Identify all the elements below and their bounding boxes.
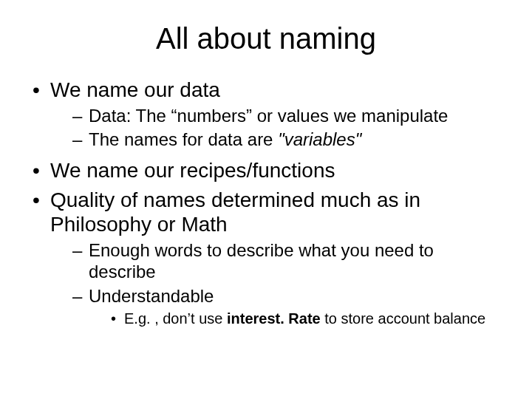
bullet-2: We name our recipes/functions	[30, 158, 502, 183]
bullet-3-sub-2-a: E.g. , don’t use interest. Rate to store…	[111, 310, 502, 328]
bullet-3-sub-2: Understandable E.g. , don’t use interest…	[72, 286, 502, 329]
bullet-3-sub-2-text: Understandable	[89, 286, 214, 306]
bullet-1-sub-1-text: Data: The “numbers” or values we manipul…	[89, 106, 448, 126]
bullet-1-sublist: Data: The “numbers” or values we manipul…	[50, 106, 502, 151]
bullet-1-sub-2: The names for data are "variables"	[72, 129, 502, 151]
bullet-1-sub-2-var: "variables"	[278, 129, 361, 149]
slide-title: All about naming	[30, 22, 502, 55]
bullet-3-sublist: Enough words to describe what you need t…	[50, 240, 502, 328]
bullet-list: We name our data Data: The “numbers” or …	[30, 78, 502, 328]
slide: All about naming We name our data Data: …	[0, 0, 532, 399]
bullet-3-sub-2-a-pre: E.g. , don’t use	[124, 310, 227, 327]
bullet-3-text: Quality of names determined much as in P…	[50, 188, 420, 236]
bullet-3-sub-2-a-bold: interest. Rate	[227, 310, 321, 327]
bullet-1-sub-1: Data: The “numbers” or values we manipul…	[72, 106, 502, 127]
bullet-1-sub-2-pre: The names for data are	[89, 129, 278, 149]
bullet-3-sub-2-sublist: E.g. , don’t use interest. Rate to store…	[89, 310, 502, 328]
bullet-1: We name our data Data: The “numbers” or …	[30, 78, 502, 151]
bullet-3: Quality of names determined much as in P…	[30, 188, 502, 329]
bullet-3-sub-1-text: Enough words to describe what you need t…	[89, 240, 434, 282]
bullet-2-text: We name our recipes/functions	[50, 159, 335, 182]
bullet-3-sub-2-a-post: to store account balance	[321, 310, 485, 327]
bullet-1-text: We name our data	[50, 78, 220, 101]
bullet-3-sub-1: Enough words to describe what you need t…	[72, 240, 502, 283]
